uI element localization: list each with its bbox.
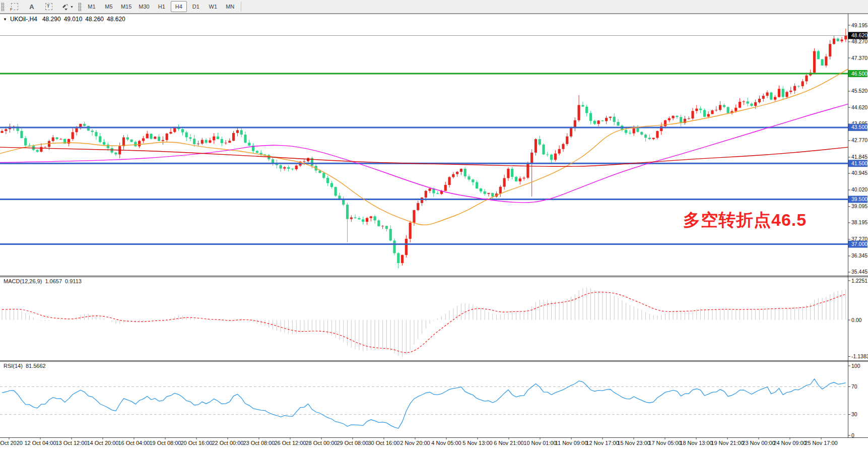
svg-text:40.020: 40.020 [851,186,867,192]
quote-high: 49.010 [64,16,83,23]
svg-text:36.345: 36.345 [851,252,867,259]
svg-text:2 Nov 20:00: 2 Nov 20:00 [400,440,430,446]
timeframe-button-h1[interactable]: H1 [154,1,170,12]
svg-text:19 Oct 08:00: 19 Oct 08:00 [150,440,181,446]
svg-text:0.00: 0.00 [851,317,862,323]
toolbar-separator [241,2,241,12]
frame-f-icon: F [11,3,18,10]
quote-open: 48.290 [42,16,61,23]
svg-text:11 Nov 09:00: 11 Nov 09:00 [555,440,588,446]
chart-annotation-text: 多空转折点46.5 [683,209,807,232]
quote-line[interactable]: ▼ UKOil-,H4 48.290 49.010 48.260 48.620 [3,16,125,23]
svg-text:20 Oct 16:00: 20 Oct 16:00 [181,440,213,446]
macd-name: MACD(12,26,9) [4,278,42,284]
svg-text:48.270: 48.270 [851,38,867,44]
chevron-down-icon: ▼ [70,5,74,9]
svg-text:0: 0 [851,432,854,438]
timeframe-button-mn[interactable]: MN [222,1,238,12]
macd-value-signal: 0.9113 [65,278,82,284]
svg-text:35.445: 35.445 [851,269,867,275]
timeframe-button-m5[interactable]: M5 [101,1,117,12]
text-t-icon: T [45,3,52,10]
svg-text:38.195: 38.195 [851,219,867,225]
svg-text:25 Nov 17:00: 25 Nov 17:00 [805,440,837,446]
arrows-tool-button[interactable]: ▼ [58,1,77,12]
svg-text:16 Oct 04:00: 16 Oct 04:00 [118,440,150,446]
svg-text:15 Nov 23:00: 15 Nov 23:00 [617,440,650,446]
svg-text:70: 70 [851,383,857,390]
svg-text:18 Nov 13:00: 18 Nov 13:00 [680,440,712,446]
svg-text:22 Oct 00:00: 22 Oct 00:00 [212,440,244,446]
svg-text:49.195: 49.195 [851,22,867,28]
timeframe-button-w1[interactable]: W1 [205,1,221,12]
rsi-label: RSI(14) 81.5662 [4,363,46,369]
svg-text:23 Nov 00:00: 23 Nov 00:00 [742,440,775,446]
toolbar-grip-2[interactable] [78,3,82,11]
timeframe-button-m1[interactable]: M1 [84,1,100,12]
svg-text:13 Oct 12:00: 13 Oct 12:00 [56,440,88,446]
timeframe-button-m30[interactable]: M30 [136,1,152,12]
rsi-value: 81.5662 [26,363,46,369]
svg-text:40.945: 40.945 [851,170,867,176]
frame-f-tool-button[interactable]: F [7,1,23,12]
svg-text:47.370: 47.370 [851,55,867,61]
toolbar: F A T ▼ M1M5M15M30H1H4D1W1MN [0,0,868,14]
svg-text:44.620: 44.620 [851,104,867,110]
svg-text:9 Oct 2020: 9 Oct 2020 [0,440,23,446]
svg-text:-1.1383: -1.1383 [851,353,868,359]
svg-text:41.500: 41.500 [851,160,867,166]
svg-text:37.000: 37.000 [851,241,867,247]
timeframe-button-m15[interactable]: M15 [118,1,135,12]
svg-text:45.520: 45.520 [851,88,867,94]
svg-text:26 Oct 12:00: 26 Oct 12:00 [275,440,306,446]
quote-close: 48.620 [107,16,125,23]
svg-text:24 Nov 09:00: 24 Nov 09:00 [773,440,806,446]
label-a-icon: A [29,3,34,11]
svg-text:23 Oct 08:00: 23 Oct 08:00 [243,440,275,446]
svg-text:46.500: 46.500 [851,71,867,77]
rsi-name: RSI(14) [4,363,23,369]
svg-text:14 Oct 20:00: 14 Oct 20:00 [87,440,119,446]
svg-text:39.500: 39.500 [851,196,867,202]
svg-text:17 Nov 05:00: 17 Nov 05:00 [648,440,681,446]
arrows-icon [61,3,69,11]
macd-value-main: 1.0657 [45,278,62,284]
svg-text:19 Nov 21:00: 19 Nov 21:00 [711,440,744,446]
svg-text:42.770: 42.770 [851,137,867,143]
svg-text:5 Nov 13:00: 5 Nov 13:00 [462,440,492,446]
timeframe-buttons: M1M5M15M30H1H4D1W1MN [83,1,239,12]
svg-text:1.2251: 1.2251 [851,278,867,284]
svg-text:6 Nov 21:00: 6 Nov 21:00 [494,440,523,446]
svg-text:30 Oct 16:00: 30 Oct 16:00 [368,440,400,446]
svg-text:41.845: 41.845 [851,154,867,160]
svg-text:10 Nov 01:00: 10 Nov 01:00 [523,440,556,446]
toolbar-grip[interactable] [1,3,5,11]
svg-text:100: 100 [851,363,860,369]
svg-text:12 Oct 04:00: 12 Oct 04:00 [25,440,56,446]
timeframe-button-d1[interactable]: D1 [188,1,204,12]
svg-text:48.620: 48.620 [851,32,867,38]
label-tool-button[interactable]: A [24,1,40,12]
timeframe-button-h4[interactable]: H4 [171,1,187,12]
symbol-label: UKOil-,H4 [10,16,37,23]
mt4-window: F A T ▼ M1M5M15M30H1H4D1W1MN 49.19548.27… [0,0,868,450]
macd-label: MACD(12,26,9) 1.0657 0.9113 [4,278,82,284]
svg-text:12 Nov 17:00: 12 Nov 17:00 [586,440,619,446]
quote-low: 48.260 [85,16,104,23]
svg-text:30: 30 [851,411,857,417]
svg-text:28 Oct 00:00: 28 Oct 00:00 [306,440,338,446]
svg-text:4 Nov 05:00: 4 Nov 05:00 [431,440,461,446]
svg-text:39.095: 39.095 [851,203,867,209]
svg-text:43.500: 43.500 [851,124,867,130]
svg-text:29 Oct 08:00: 29 Oct 08:00 [337,440,369,446]
text-tool-button[interactable]: T [41,1,57,12]
chevron-down-icon: ▼ [3,17,7,22]
